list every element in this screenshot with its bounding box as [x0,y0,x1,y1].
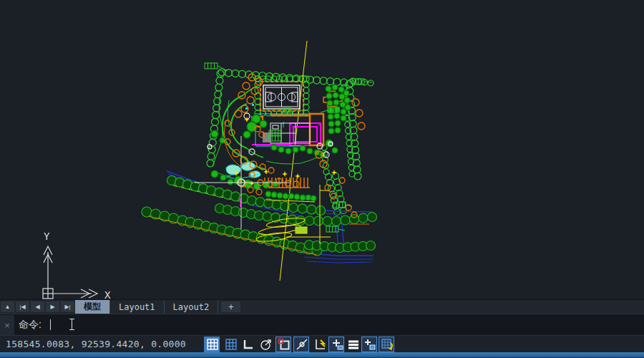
object-snap-icon [279,339,289,349]
command-close-button[interactable]: × [0,315,14,335]
command-line-bar[interactable]: × 命令: [0,314,644,336]
command-prompt: 命令: [19,319,42,332]
bottom-accent-strip [0,352,644,358]
selection-cycling-toggle[interactable] [361,337,377,352]
lineweight-icon [333,339,343,349]
snap-tracking-icon [297,339,307,349]
new-layout-button[interactable]: + [221,301,240,312]
drawing-canvas[interactable]: YX [0,0,644,299]
ibeam-cursor [69,319,75,330]
site-plan-drawing [142,41,377,281]
object-snap-toggle[interactable] [275,337,291,352]
dynamic-input-toggle[interactable] [311,337,327,352]
tab-layout1[interactable]: Layout1 [110,300,165,314]
polar-tracking-toggle[interactable] [258,337,273,352]
tab-model[interactable]: 模型 [75,300,110,314]
cad-application-window: YX ▲ |◀ ◀ ▶ ▶| 模型 Layout1 Layout2 + × 命令… [0,0,644,358]
annotation-scale-toggle[interactable] [379,337,394,352]
tab-nav-first-button[interactable]: |◀ [16,301,29,312]
ucs-icon: YX [43,231,111,299]
annotation-scale-icon [382,339,392,349]
snap-grid-icon [208,339,218,349]
tab-nav-next-button[interactable]: ▶ [46,301,59,312]
polar-icon [261,340,270,349]
grid-display-toggle[interactable] [223,337,238,352]
tab-nav-menu-button[interactable]: ▲ [1,301,14,312]
object-snap-tracking-toggle[interactable] [293,337,309,352]
svg-text:X: X [104,289,111,299]
tab-nav-last-button[interactable]: ▶| [61,301,74,312]
selection-cycling-icon [365,339,375,349]
ortho-mode-toggle[interactable] [240,337,255,352]
grid-icon [226,339,236,349]
layout-tab-bar: ▲ |◀ ◀ ▶ ▶| 模型 Layout1 Layout2 + [0,299,644,314]
status-bar: 158545.0083, 92539.4420, 0.0000 [0,335,644,353]
bars-icon [348,341,358,349]
show-lineweight-toggle[interactable] [328,337,344,352]
command-caret [50,319,51,330]
dynamic-input-icon [316,339,325,349]
coordinates-display[interactable]: 158545.0083, 92539.4420, 0.0000 [6,339,186,349]
svg-text:Y: Y [44,231,50,242]
ortho-icon [245,340,253,348]
transparency-toggle[interactable] [345,337,361,352]
tab-nav-prev-button[interactable]: ◀ [31,301,44,312]
snap-mode-toggle[interactable] [204,337,220,352]
tab-layout2[interactable]: Layout2 [165,300,219,314]
